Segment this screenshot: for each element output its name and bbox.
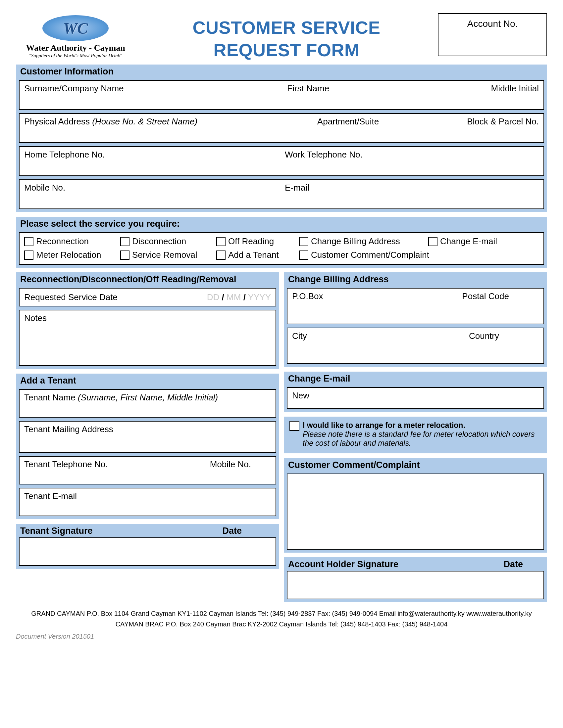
reconnection-heading: Reconnection/Disconnection/Off Reading/R…	[17, 273, 278, 286]
account-number-field[interactable]: Account No.	[438, 13, 547, 56]
change-email-section: Change E-mail New	[284, 372, 547, 412]
tenant-mobile-label: Mobile No.	[210, 459, 271, 481]
org-name: Water Authority - Cayman	[16, 43, 135, 53]
tenant-tel-label: Tenant Telephone No.	[24, 459, 203, 481]
mobile-label: Mobile No.	[24, 183, 278, 206]
phone-row[interactable]: Home Telephone No. Work Telephone No.	[19, 146, 544, 176]
tenant-mail-field[interactable]: Tenant Mailing Address	[19, 421, 276, 453]
phys-addr-label: Physical Address (House No. & Street Nam…	[24, 116, 311, 140]
account-signature-field[interactable]	[287, 571, 544, 599]
footer-line-1: GRAND CAYMAN P.O. Box 1104 Grand Cayman …	[16, 608, 547, 619]
requested-date-field[interactable]: Requested Service Date DD / MM / YYYY	[19, 288, 276, 306]
change-billing-section: Change Billing Address P.O.Box Postal Co…	[284, 272, 547, 367]
date-format-hint: DD / MM / YYYY	[207, 292, 271, 302]
tenant-signature-field[interactable]	[19, 537, 276, 566]
chk-arrange-relocation[interactable]	[290, 421, 300, 431]
change-email-heading: Change E-mail	[285, 373, 546, 385]
new-email-label: New	[292, 390, 309, 406]
complaint-section: Customer Comment/Complaint	[284, 458, 547, 553]
page-title: CUSTOMER SERVICE REQUEST FORM	[135, 13, 438, 61]
tenant-sig-date-label: Date	[222, 526, 275, 536]
account-sig-label: Account Holder Signature	[288, 559, 503, 569]
requested-date-label: Requested Service Date	[24, 292, 200, 302]
customer-info-section: Customer Information Surname/Company Nam…	[16, 65, 547, 212]
add-tenant-section: Add a Tenant Tenant Name (Surname, First…	[16, 374, 279, 519]
work-tel-label: Work Telephone No.	[285, 150, 539, 173]
chk-comment-complaint[interactable]: Customer Comment/Complaint	[299, 250, 429, 260]
address-row[interactable]: Physical Address (House No. & Street Nam…	[19, 113, 544, 143]
service-select-heading: Please select the service you require:	[17, 218, 546, 230]
account-number-label: Account No.	[467, 19, 518, 29]
org-tagline: "Suppliers of the World's Most Popular D…	[16, 53, 135, 59]
change-billing-heading: Change Billing Address	[285, 273, 546, 286]
account-sig-date-label: Date	[503, 559, 543, 569]
logo-block: WC Water Authority - Cayman "Suppliers o…	[16, 13, 135, 59]
pobox-row[interactable]: P.O.Box Postal Code	[287, 288, 544, 324]
add-tenant-heading: Add a Tenant	[17, 375, 278, 387]
name-row[interactable]: Surname/Company Name First Name Middle I…	[19, 80, 544, 110]
title-line-2: REQUEST FORM	[135, 39, 438, 62]
chk-meter-relocation[interactable]: Meter Relocation	[24, 250, 117, 260]
postal-label: Postal Code	[462, 291, 539, 321]
chk-reconnection[interactable]: Reconnection	[24, 236, 117, 247]
reconnection-section: Reconnection/Disconnection/Off Reading/R…	[16, 272, 279, 369]
country-label: Country	[469, 331, 539, 361]
left-column: Reconnection/Disconnection/Off Reading/R…	[16, 272, 279, 602]
city-label: City	[292, 331, 462, 361]
first-name-label: First Name	[287, 83, 484, 107]
account-signature-section: Account Holder Signature Date	[284, 557, 547, 602]
service-checkbox-area: Reconnection Disconnection Off Reading C…	[19, 232, 544, 265]
contact-row[interactable]: Mobile No. E-mail	[19, 179, 544, 209]
relocation-text: I would like to arrange for a meter relo…	[303, 421, 541, 448]
surname-label: Surname/Company Name	[24, 83, 280, 107]
service-select-section: Please select the service you require: R…	[16, 217, 547, 268]
footer: GRAND CAYMAN P.O. Box 1104 Grand Cayman …	[16, 608, 547, 629]
document-version: Document Version 201501	[16, 633, 547, 640]
tenant-sig-label: Tenant Signature	[20, 526, 222, 536]
complaint-heading: Customer Comment/Complaint	[285, 459, 546, 472]
chk-disconnection[interactable]: Disconnection	[120, 236, 213, 247]
tenant-mail-label: Tenant Mailing Address	[24, 424, 113, 449]
tenant-email-field[interactable]: Tenant E-mail	[19, 488, 276, 516]
notes-label: Notes	[24, 313, 47, 363]
email-label: E-mail	[285, 183, 539, 206]
chk-service-removal[interactable]: Service Removal	[120, 250, 213, 260]
new-email-field[interactable]: New	[287, 387, 544, 409]
tenant-phone-field[interactable]: Tenant Telephone No. Mobile No.	[19, 456, 276, 484]
notes-field[interactable]: Notes	[19, 310, 276, 366]
title-line-1: CUSTOMER SERVICE	[135, 17, 438, 39]
footer-line-2: CAYMAN BRAC P.O. Box 240 Cayman Brac KY2…	[16, 619, 547, 629]
block-parcel-label: Block & Parcel No.	[467, 116, 539, 140]
middle-initial-label: Middle Initial	[491, 83, 539, 107]
meter-relocation-section: I would like to arrange for a meter relo…	[284, 417, 547, 453]
chk-off-reading[interactable]: Off Reading	[216, 236, 296, 247]
details-columns: Reconnection/Disconnection/Off Reading/R…	[16, 272, 547, 602]
right-column: Change Billing Address P.O.Box Postal Co…	[284, 272, 547, 602]
chk-change-email[interactable]: Change E-mail	[428, 236, 497, 247]
city-row[interactable]: City Country	[287, 328, 544, 364]
home-tel-label: Home Telephone No.	[24, 150, 278, 173]
tenant-email-label: Tenant E-mail	[24, 491, 77, 513]
complaint-field[interactable]	[287, 474, 544, 550]
tenant-name-label: Tenant Name (Surname, First Name, Middle…	[24, 392, 218, 414]
tenant-signature-section: Tenant Signature Date	[16, 524, 279, 569]
pobox-label: P.O.Box	[292, 291, 455, 321]
logo-icon: WC	[42, 15, 109, 41]
apt-label: Apartment/Suite	[317, 116, 460, 140]
chk-add-tenant[interactable]: Add a Tenant	[216, 250, 296, 260]
customer-info-heading: Customer Information	[17, 66, 546, 78]
tenant-name-field[interactable]: Tenant Name (Surname, First Name, Middle…	[19, 389, 276, 418]
chk-change-billing[interactable]: Change Billing Address	[299, 236, 425, 247]
header: WC Water Authority - Cayman "Suppliers o…	[16, 13, 547, 61]
